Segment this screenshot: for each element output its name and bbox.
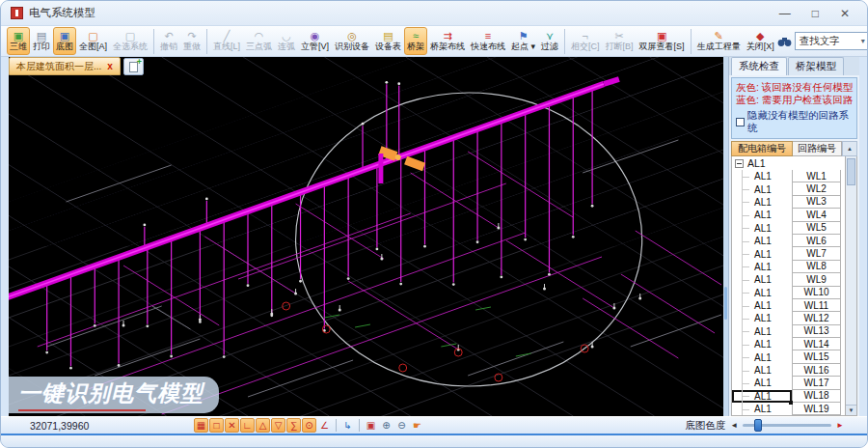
table-row[interactable]: AL1WL10 — [732, 287, 845, 299]
toolbar-button-tray-routing[interactable]: ⇉桥架布线 — [427, 27, 468, 55]
table-row[interactable]: AL1WL15 — [732, 350, 845, 363]
table-row[interactable]: AL1WL5 — [732, 222, 845, 235]
box-cell[interactable]: AL1 — [732, 261, 792, 273]
box-cell[interactable]: AL1 — [732, 287, 792, 299]
circuit-cell[interactable]: WL7 — [792, 247, 841, 260]
toolbar-button-cable-tray[interactable]: ≈桥架 — [404, 27, 427, 55]
base-map-opacity-slider[interactable] — [743, 424, 831, 427]
circuit-cell[interactable]: WL12 — [792, 312, 841, 324]
circuit-cell[interactable]: WL5 — [792, 222, 841, 235]
circuit-cell[interactable]: WL8 — [792, 261, 841, 273]
circuit-cell[interactable]: WL19 — [792, 403, 841, 415]
circuit-cell[interactable]: WL18 — [792, 390, 841, 403]
box-cell[interactable]: AL1 — [732, 377, 792, 389]
pan-hand-icon[interactable]: ☛ — [410, 418, 424, 433]
toolbar-button-base-map[interactable]: ▣底图 — [53, 27, 76, 55]
table-scrollbar[interactable]: ▼ — [845, 156, 856, 415]
box-cell[interactable]: AL1 — [732, 196, 792, 209]
table-row[interactable]: AL1WL9 — [732, 273, 845, 286]
table-row[interactable]: AL1WL3 — [732, 196, 845, 209]
triangle-snap-icon[interactable]: △ — [256, 418, 270, 433]
box-cell[interactable]: AL1 — [732, 338, 792, 350]
node-snap-icon[interactable]: ▽ — [271, 418, 285, 433]
toolbar-button-3d-view[interactable]: ▣三维 — [7, 27, 30, 55]
circuit-cell[interactable]: WL6 — [792, 235, 841, 247]
box-cell[interactable]: AL1 — [732, 209, 792, 221]
angle-snap-icon[interactable]: ∠ — [317, 418, 332, 433]
table-row[interactable]: AL1WL16 — [732, 364, 845, 377]
zoom-extents-icon[interactable]: ▣ — [364, 418, 378, 433]
box-cell[interactable]: AL1 — [732, 403, 792, 415]
circuit-cell[interactable]: WL17 — [792, 377, 841, 389]
scroll-up-icon[interactable]: ▲ — [842, 141, 857, 156]
new-tab-button[interactable] — [123, 58, 144, 75]
document-tab[interactable]: 本层建筑面积一层... x — [9, 57, 121, 75]
model-svg[interactable] — [9, 57, 723, 416]
circuit-cell[interactable]: WL9 — [792, 273, 841, 286]
box-cell[interactable]: AL1 — [732, 247, 792, 260]
zoom-in-icon[interactable]: ⊕ — [379, 418, 393, 433]
toolbar-button-start-point[interactable]: ⚑起点 ▾ — [508, 27, 538, 55]
tab-system-check[interactable]: 系统检查 — [731, 57, 787, 75]
grid-snap-icon[interactable]: ▦ — [194, 418, 208, 433]
table-row[interactable]: AL1WL8 — [732, 261, 845, 273]
circuit-cell[interactable]: WL10 — [792, 287, 841, 299]
hide-empty-circuits-checkbox[interactable]: 隐藏没有模型的回路系统 — [736, 109, 854, 134]
toolbar-button-print[interactable]: ▤打印 — [30, 27, 53, 55]
perpendicular-snap-icon[interactable]: ∟ — [240, 418, 255, 433]
box-cell[interactable]: AL1 — [732, 325, 792, 338]
circuit-cell[interactable]: WL16 — [792, 364, 841, 377]
slider-right-arrow[interactable]: ► — [836, 421, 844, 430]
table-row[interactable]: AL1WL19 — [732, 403, 845, 415]
toolbar-button-generate-quantities[interactable]: ✎生成工程量 — [694, 27, 744, 55]
search-input[interactable]: 查找文字 ▾ — [795, 32, 868, 50]
toolbar-button-riser[interactable]: ◉立管[V] — [298, 27, 332, 55]
table-row[interactable]: AL1WL18 — [732, 390, 845, 403]
checkbox-icon[interactable] — [736, 118, 745, 126]
table-row[interactable]: AL1WL17 — [732, 377, 845, 389]
toolbar-button-device-table[interactable]: ▤设备表 — [372, 27, 404, 55]
circuit-cell[interactable]: WL11 — [792, 299, 841, 312]
toolbar-button-quick-routing[interactable]: ≡快速布线 — [468, 27, 508, 55]
box-cell[interactable]: AL1 — [732, 299, 792, 312]
table-row[interactable]: AL1WL4 — [732, 209, 845, 221]
scrollbar-thumb[interactable] — [847, 158, 855, 185]
toolbar-button-close-tool[interactable]: ◆关闭[X] — [744, 27, 777, 55]
tab-close-icon[interactable]: x — [107, 61, 113, 71]
circuit-cell[interactable]: WL15 — [792, 350, 841, 363]
tab-tray-model[interactable]: 桥架模型 — [788, 57, 844, 75]
table-row[interactable]: AL1WL12 — [732, 312, 845, 324]
column-header-box[interactable]: 配电箱编号 — [731, 141, 793, 156]
close-button[interactable]: ✕ — [840, 8, 850, 19]
circuit-cell[interactable]: WL2 — [792, 182, 841, 195]
circuit-cell[interactable]: WL3 — [792, 196, 841, 209]
box-cell[interactable]: AL1 — [732, 170, 792, 182]
group-row[interactable]: AL1 — [732, 156, 845, 170]
table-row[interactable]: AL1WL6 — [732, 235, 845, 247]
slider-thumb[interactable] — [754, 419, 762, 432]
zoom-out-icon[interactable]: ⊖ — [394, 418, 409, 433]
minimize-button[interactable]: — — [779, 8, 791, 19]
box-cell[interactable]: AL1 — [732, 222, 792, 235]
endpoint-snap-icon[interactable]: □ — [209, 418, 224, 433]
intersection-snap-icon[interactable]: ✕ — [225, 418, 239, 433]
toolbar-button-identify-devices[interactable]: ◎识别设备 — [332, 27, 372, 55]
drawing-area[interactable]: 本层建筑面积一层... x — [9, 57, 723, 416]
table-row[interactable]: AL1WL1 — [732, 170, 845, 182]
box-cell[interactable]: AL1 — [732, 312, 792, 324]
table-row[interactable]: AL1WL13 — [732, 325, 845, 338]
table-row[interactable]: AL1WL14 — [732, 338, 845, 350]
box-cell[interactable]: AL1 — [732, 273, 792, 286]
toolbar-button-dual-screen-view[interactable]: ▣双屏查看[S] — [637, 27, 688, 55]
scroll-down-icon[interactable]: ▼ — [846, 405, 856, 415]
ucs-arrow-icon[interactable]: ↳ — [340, 418, 355, 433]
collapse-icon[interactable] — [735, 159, 744, 168]
toolbar-button-filter[interactable]: ⋎过滤 — [538, 27, 561, 55]
column-header-circuit[interactable]: 回路编号 — [793, 141, 842, 156]
circuit-cell[interactable]: WL4 — [792, 209, 841, 221]
circuit-cell[interactable]: WL13 — [792, 325, 841, 338]
circuit-cell[interactable]: WL1 — [792, 170, 841, 182]
table-row[interactable]: AL1WL11 — [732, 299, 845, 312]
center-snap-icon[interactable]: ⊙ — [302, 418, 316, 433]
box-cell[interactable]: AL1 — [732, 235, 792, 247]
